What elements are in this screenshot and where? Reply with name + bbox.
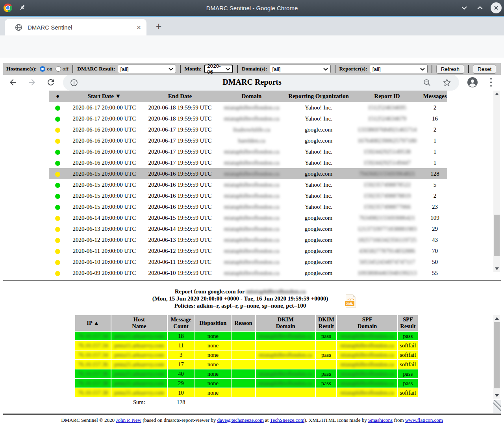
footer-link[interactable]: dave@techsneeze.com: [217, 417, 263, 423]
cell-end: 2020-06-18 19:59:59 UTC: [142, 102, 218, 113]
cell-domain: miataphilbroflondon.ca: [218, 212, 285, 223]
detail-policies: Policies: adkim=r, aspf=r, p=none, sp=no…: [16, 302, 465, 309]
detail-title-prefix: Report from google.com for: [175, 288, 246, 295]
resize-grip-icon[interactable]: [493, 400, 501, 413]
reporter-select[interactable]: [all]: [370, 65, 428, 73]
domain-select[interactable]: [all]: [270, 65, 331, 73]
hostname-on-label: on: [47, 66, 52, 72]
cell-org: google.com: [285, 168, 352, 179]
cell-dkim-domain: [256, 360, 315, 369]
report-row[interactable]: 2020-06-12 20:00:00 UTC2020-06-13 19:59:…: [49, 234, 447, 245]
col-disposition[interactable]: Disposition: [195, 315, 231, 331]
report-row[interactable]: 2020-06-14 20:00:00 UTC2020-06-15 19:59:…: [49, 212, 447, 223]
close-window-button[interactable]: [491, 2, 502, 13]
col-report-id[interactable]: Report ID: [352, 91, 422, 102]
col-start-date[interactable]: Start Date ▼: [67, 91, 142, 102]
scroll-up-icon[interactable]: [493, 91, 500, 97]
scroll-down-icon[interactable]: [493, 392, 500, 399]
cell-disposition: none: [195, 341, 231, 350]
maximize-icon[interactable]: [475, 3, 485, 13]
col-reason[interactable]: Reason: [232, 315, 255, 331]
report-row[interactable]: 2020-06-15 20:00:00 UTC2020-06-16 19:59:…: [49, 168, 447, 179]
scrollbar-thumb[interactable]: [494, 215, 500, 256]
cell-count: 18: [168, 332, 195, 340]
xml-file-icon[interactable]: </> XML: [346, 294, 356, 308]
cell-ip: 76.10.157.34: [75, 351, 111, 359]
col-end-date[interactable]: End Date: [142, 91, 218, 102]
report-row[interactable]: 2020-06-16 20:00:00 UTC2020-06-17 19:59:…: [49, 146, 447, 157]
cell-org: Yahoo! Inc.: [285, 157, 352, 168]
footer-link[interactable]: TechSneeze.com: [270, 417, 304, 423]
xml-code-glyph: </>: [346, 297, 356, 301]
col-ip[interactable]: IP ▲: [75, 315, 111, 331]
report-row[interactable]: 2020-06-11 20:00:00 UTC2020-06-12 19:59:…: [49, 245, 447, 256]
report-row[interactable]: 2020-06-17 20:00:00 UTC2020-06-18 19:59:…: [49, 113, 447, 124]
chevron-down-icon: [226, 68, 230, 70]
report-row[interactable]: 2020-06-15 20:00:00 UTC2020-06-16 19:59:…: [49, 190, 447, 201]
footer-text-segment: from: [393, 417, 405, 423]
report-row[interactable]: 2020-06-15 20:00:00 UTC2020-06-16 19:59:…: [49, 179, 447, 190]
report-row[interactable]: 2020-06-16 20:00:00 UTC2020-06-17 19:59:…: [49, 135, 447, 146]
cell-end: 2020-06-12 19:59:59 UTC: [142, 245, 218, 256]
dmarc-result-value: [all]: [120, 66, 129, 72]
tab-title: DMARC Sentinel: [28, 24, 72, 31]
cell-host: pmta11.arksavvy.com: [111, 351, 167, 359]
report-row[interactable]: 2020-06-10 20:00:00 UTC2020-06-11 19:59:…: [49, 256, 447, 267]
hostname-on-radio[interactable]: [40, 66, 45, 72]
cell-messages: 2: [422, 190, 447, 201]
col-dkim-result[interactable]: DKIM Result: [316, 315, 336, 331]
dmarc-result-select[interactable]: [all]: [118, 65, 176, 73]
cell-start: 2020-06-15 20:00:00 UTC: [67, 179, 142, 190]
footer-link[interactable]: www.flaticon.com: [405, 417, 443, 423]
report-row[interactable]: 2020-06-16 20:00:00 UTC2020-06-17 19:59:…: [49, 124, 447, 135]
cell-org: Yahoo! Inc.: [285, 146, 352, 157]
reporter-value: [all]: [372, 66, 381, 72]
cell-start: 2020-06-15 20:00:00 UTC: [67, 201, 142, 212]
cell-dkim-domain: [256, 341, 315, 350]
cell-messages: 2: [422, 102, 447, 113]
hostname-off-radio[interactable]: [56, 66, 61, 72]
col-domain[interactable]: Domain: [218, 91, 285, 102]
window-titlebar: DMARC Sentinel - Google Chrome: [0, 0, 504, 16]
scroll-down-icon[interactable]: [493, 265, 500, 272]
tab-close-icon[interactable]: ×: [137, 24, 141, 31]
cell-end: 2020-06-15 19:59:59 UTC: [142, 212, 218, 223]
tab-dmarc-sentinel[interactable]: DMARC Sentinel ×: [5, 19, 146, 35]
footer-link[interactable]: Smashicons: [368, 417, 393, 423]
cell-start: 2020-06-17 20:00:00 UTC: [67, 113, 142, 124]
detail-row: 76.10.157.38pmta31.arksavvy.com29nonemia…: [75, 379, 418, 388]
col-spf-result[interactable]: SPF Result: [398, 315, 418, 331]
report-row[interactable]: 2020-06-16 20:00:00 UTC2020-06-17 19:59:…: [49, 157, 447, 168]
cell-messages: 109: [422, 212, 447, 223]
detail-scrollbar[interactable]: [493, 315, 500, 399]
status-cell: [49, 102, 67, 113]
col-messages[interactable]: Messages: [422, 91, 447, 102]
footer-link[interactable]: John P. New: [116, 417, 141, 423]
new-tab-button[interactable]: +: [153, 20, 165, 32]
col-message-count[interactable]: Message Count: [168, 315, 195, 331]
refresh-button[interactable]: Refresh: [436, 65, 464, 74]
report-row[interactable]: 2020-06-13 20:00:00 UTC2020-06-14 19:59:…: [49, 223, 447, 234]
col-reporting-organization[interactable]: Reporting Organization: [285, 91, 352, 102]
col-dkim-domain[interactable]: DKIM Domain: [256, 315, 315, 331]
col-status[interactable]: ●: [49, 91, 67, 102]
cell-end: 2020-06-11 19:59:59 UTC: [142, 256, 218, 267]
cell-domain: miataphilbroflondon.ca: [218, 190, 285, 201]
cell-messages: 50: [422, 256, 447, 267]
col-spf-domain[interactable]: SPF Domain: [337, 315, 397, 331]
col-host-name[interactable]: Host Name: [111, 315, 167, 331]
green-status-dot-icon: [55, 150, 60, 155]
minimize-icon[interactable]: [459, 3, 469, 13]
report-row[interactable]: 2020-06-09 20:00:00 UTC2020-06-10 19:59:…: [49, 267, 447, 278]
scrollbar-thumb[interactable]: [494, 322, 500, 388]
reset-button[interactable]: Reset: [473, 65, 496, 74]
report-row[interactable]: 2020-06-17 20:00:00 UTC2020-06-18 19:59:…: [49, 102, 447, 113]
cell-dkim-result: [316, 360, 336, 369]
cell-host: pmta31.arksavvy.com: [111, 388, 167, 397]
reports-scrollbar[interactable]: [493, 91, 500, 272]
dmarc-result-label: DMARC Result:: [77, 66, 115, 72]
month-select[interactable]: 2020-06: [204, 65, 233, 73]
cell-spf-domain: miataphilbroflondon.ca: [337, 351, 397, 359]
report-row[interactable]: 2020-06-15 20:00:00 UTC2020-06-16 19:59:…: [49, 201, 447, 212]
scroll-up-icon[interactable]: [493, 315, 500, 321]
